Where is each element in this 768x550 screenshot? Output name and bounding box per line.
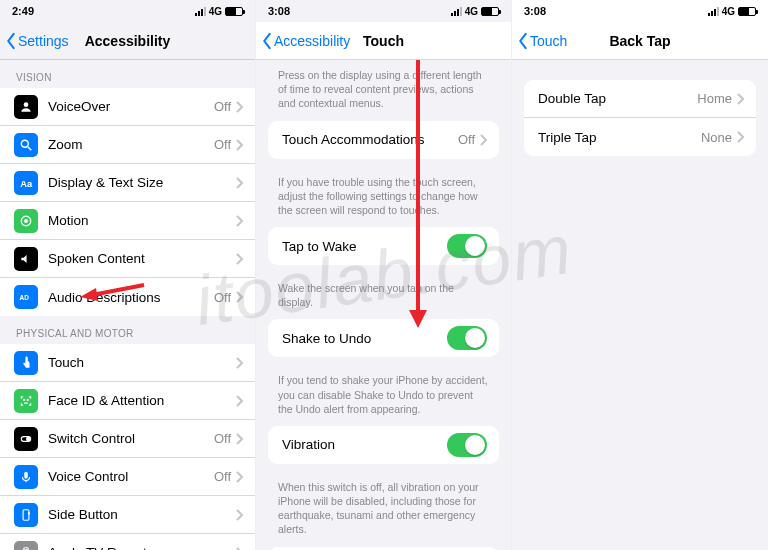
row-label: Face ID & Attention [48,393,235,408]
chevron-right-icon [235,471,243,483]
battery-icon [738,7,756,16]
row-label: Touch [48,355,235,370]
physical-row[interactable]: Switch ControlOff [0,420,255,458]
network-label: 4G [209,6,222,17]
svg-point-1 [21,140,28,147]
svg-rect-12 [23,509,29,520]
signal-icon [195,7,206,16]
physical-group: TouchFace ID & AttentionSwitch ControlOf… [0,344,255,550]
svg-text:Aa: Aa [20,178,33,188]
side-icon [14,503,38,527]
row-tap-to-wake[interactable]: Tap to Wake [268,227,499,265]
section-header-vision: VISION [0,60,255,88]
motion-icon [14,209,38,233]
status-bar: 3:08 4G [256,0,511,22]
vision-row[interactable]: AaDisplay & Text Size [0,164,255,202]
chevron-right-icon [235,291,243,303]
page-title: Touch [363,33,404,49]
chevron-right-icon [479,134,487,146]
navbar: Settings Accessibility [0,22,255,60]
row-label: Side Button [48,507,235,522]
voice-icon [14,465,38,489]
backtap-group: Double TapHomeTriple TapNone [524,80,756,156]
row-label: Voice Control [48,469,214,484]
navbar: Touch Back Tap [512,22,768,60]
status-bar: 2:49 4G [0,0,255,22]
svg-point-10 [27,437,30,441]
chevron-right-icon [235,357,243,369]
row-value: None [701,130,732,145]
toggle-switch[interactable] [447,433,487,457]
voiceover-icon [14,95,38,119]
note-accom: If you have trouble using the touch scre… [256,169,511,228]
row-label: Display & Text Size [48,175,235,190]
page-title: Accessibility [85,33,171,49]
row-label: Switch Control [48,431,214,446]
physical-row[interactable]: Touch [0,344,255,382]
svg-point-8 [27,399,28,400]
toggle-switch[interactable] [447,326,487,350]
row-label: Touch Accommodations [282,132,458,147]
speech-icon [14,247,38,271]
row-shake-to-undo[interactable]: Shake to Undo [268,319,499,357]
row-label: Audio Descriptions [48,290,214,305]
faceid-icon [14,389,38,413]
physical-row[interactable]: Apple TV Remote [0,534,255,550]
physical-row[interactable]: Voice ControlOff [0,458,255,496]
row-label: Spoken Content [48,251,235,266]
clock: 3:08 [524,5,546,17]
chevron-right-icon [235,433,243,445]
vision-group: VoiceOverOffZoomOffAaDisplay & Text Size… [0,88,255,316]
section-header-physical: PHYSICAL AND MOTOR [0,316,255,344]
row-value: Home [697,91,732,106]
row-value: Off [214,431,231,446]
row-label: VoiceOver [48,99,214,114]
row-label: Motion [48,213,235,228]
back-button[interactable]: Touch [516,32,567,50]
row-value: Off [214,137,231,152]
toggle-switch[interactable] [447,234,487,258]
svg-text:AD: AD [20,294,30,301]
chevron-right-icon [736,93,744,105]
row-touch-accommodations[interactable]: Touch Accommodations Off [268,121,499,159]
textsize-icon: Aa [14,171,38,195]
row-vibration[interactable]: Vibration [268,426,499,464]
clock: 2:49 [12,5,34,17]
row-call-audio-routing[interactable]: Call Audio Routing Automatic [268,547,499,550]
vision-row[interactable]: ADAudio DescriptionsOff [0,278,255,316]
physical-row[interactable]: Side Button [0,496,255,534]
vision-row[interactable]: ZoomOff [0,126,255,164]
row-label: Shake to Undo [282,331,447,346]
back-button[interactable]: Accessibility [260,32,350,50]
chevron-right-icon [235,547,243,551]
vision-row[interactable]: Spoken Content [0,240,255,278]
network-label: 4G [722,6,735,17]
svg-point-0 [24,102,29,107]
page-title: Back Tap [609,33,670,49]
back-button[interactable]: Settings [4,32,69,50]
battery-icon [481,7,499,16]
audiodesc-icon: AD [14,285,38,309]
vision-row[interactable]: VoiceOverOff [0,88,255,126]
physical-row[interactable]: Face ID & Attention [0,382,255,420]
vision-row[interactable]: Motion [0,202,255,240]
row-label: Double Tap [538,91,697,106]
chevron-right-icon [235,139,243,151]
row-value: Off [458,132,475,147]
row-value: Off [214,290,231,305]
zoom-icon [14,133,38,157]
backtap-option-row[interactable]: Triple TapNone [524,118,756,156]
note-shake: If you tend to shake your iPhone by acci… [256,367,511,426]
back-label: Accessibility [274,33,350,49]
backtap-option-row[interactable]: Double TapHome [524,80,756,118]
network-label: 4G [465,6,478,17]
note-vib: When this switch is off, all vibration o… [256,474,511,547]
row-label: Triple Tap [538,130,701,145]
row-label: Apple TV Remote [48,545,235,550]
chevron-right-icon [235,395,243,407]
signal-icon [708,7,719,16]
switch-icon [14,427,38,451]
tvremote-icon [14,541,38,551]
phone-accessibility: 2:49 4G Settings Accessibility VISION Vo… [0,0,256,550]
clock: 3:08 [268,5,290,17]
